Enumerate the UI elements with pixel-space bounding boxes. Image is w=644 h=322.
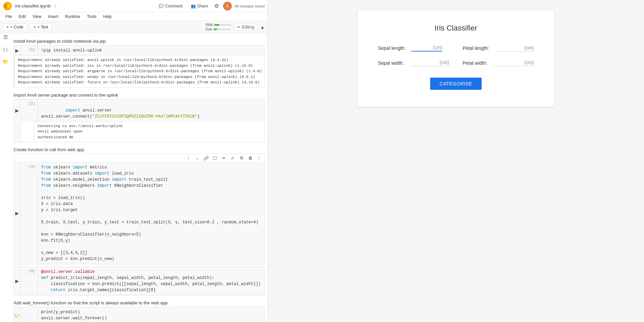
code-cell-3: ↑ ↓ 🔗 ☐ ✏ ⤢ ⧉ 🗑 ⋮ ▶ [3] from sklearn imp…: [14, 154, 265, 264]
petal-width-input[interactable]: [496, 60, 523, 65]
top-bar-actions: 💬 Comment 👥 Share ⚙ A: [157, 2, 232, 11]
categorise-button[interactable]: CATEGORISE: [430, 78, 482, 90]
star-icon[interactable]: ☆: [53, 3, 57, 8]
cell-1-code[interactable]: !pip install anvil-uplink: [38, 45, 264, 56]
right-panel: Iris Classifier Sepal length: (cm) Petal…: [268, 0, 644, 322]
comment-btn[interactable]: 💬 Comment: [157, 3, 185, 9]
petal-length-input-wrapper: (cm): [496, 45, 534, 52]
share-btn[interactable]: 👥 Share: [189, 3, 210, 9]
link-btn[interactable]: 🔗: [203, 155, 209, 161]
petal-width-label: Petal width:: [463, 60, 493, 66]
run-cell-5-btn[interactable]: [14, 307, 21, 322]
menu-runtime[interactable]: Runtime: [62, 14, 83, 20]
petal-width-input-wrapper: (cm): [496, 60, 534, 66]
cell-4-number: [4]: [21, 267, 38, 295]
cell-3-code[interactable]: from sklearn import metrics from sklearn…: [38, 162, 264, 264]
menu-file[interactable]: File: [3, 14, 15, 20]
share-icon: 👥: [191, 4, 196, 8]
sidebar-panels-icon[interactable]: ☰: [1, 33, 9, 41]
iris-title: Iris Classifier: [378, 24, 534, 33]
iris-sepal-width-field: Sepal width: (cm): [378, 60, 449, 66]
collapse-btn[interactable]: ▲: [260, 24, 265, 30]
petal-width-unit: (cm): [524, 60, 534, 65]
menu-insert[interactable]: Insert: [45, 14, 61, 20]
sepal-length-input[interactable]: [411, 45, 431, 50]
run-cell-1-btn[interactable]: ▶: [14, 45, 21, 56]
iris-form: Sepal length: (cm) Petal length: (cm): [378, 45, 534, 90]
toolbar: ++ Code ++ Text RAM Disk ✏ Editing ▲: [0, 21, 267, 33]
sepal-length-input-wrapper: (cm): [411, 45, 442, 52]
cell-description-1: Install Anvil packages to colab notebook…: [14, 36, 265, 45]
cell-4-code[interactable]: @anvil.server.callable def predict_iris(…: [38, 267, 264, 295]
notebook-title: iris-classifier.ipynb: [15, 3, 51, 8]
cell-3-floating-toolbar: ↑ ↓ 🔗 ☐ ✏ ⤢ ⧉ 🗑 ⋮: [14, 154, 264, 162]
menu-view[interactable]: View: [30, 14, 44, 20]
sepal-length-unit: (cm): [433, 45, 442, 50]
menu-tools[interactable]: Tools: [84, 14, 99, 20]
sepal-width-input[interactable]: [411, 60, 438, 65]
add-code-btn[interactable]: ++ Code: [3, 23, 27, 31]
move-up-btn[interactable]: ↑: [185, 155, 192, 161]
code-cell-5: print(y_predict) anvil.server.wait_forev…: [14, 307, 265, 322]
notebook-content: Install Anvil packages to colab notebook…: [0, 33, 267, 322]
code-cell-1: ▶ [1] !pip install anvil-uplink Requirem…: [14, 45, 265, 88]
run-cell-4-btn[interactable]: ▶: [14, 267, 21, 295]
cell-1-number: [1]: [21, 45, 38, 56]
editing-badge: ✏ Editing: [234, 24, 257, 31]
sepal-width-label: Sepal width:: [378, 60, 408, 66]
delete-btn[interactable]: 🗑: [247, 155, 254, 161]
expand-btn[interactable]: ⤢: [229, 155, 236, 161]
code-cell-4: ▶ [4] @anvil.server.callable def predict…: [14, 266, 265, 296]
side-icons: ☰ { } 📁: [0, 31, 11, 68]
edit-btn[interactable]: ✏: [220, 155, 227, 161]
cell-2-number: [2]: [21, 99, 38, 122]
copy-btn[interactable]: ⧉: [238, 155, 245, 161]
iris-petal-length-field: Petal length: (cm): [463, 45, 534, 52]
run-cell-3-btn[interactable]: ▶: [14, 162, 21, 264]
cell-description-3: Create function to call from web app: [14, 144, 265, 154]
iris-card: Iris Classifier Sepal length: (cm) Petal…: [358, 10, 554, 107]
petal-length-unit: (cm): [524, 45, 534, 51]
comment-icon: 💬: [159, 4, 164, 8]
cell-2-output: Connecting to wss://anvil.works/uplink A…: [34, 122, 126, 142]
iris-petal-width-field: Petal width: (cm): [463, 60, 534, 66]
iris-row-1: Sepal length: (cm) Petal length: (cm): [378, 45, 534, 52]
sidebar-files-icon[interactable]: 📁: [1, 58, 9, 66]
add-text-btn[interactable]: ++ Text: [30, 23, 52, 31]
changes-status: All changes saved: [235, 4, 265, 8]
cell-description-2: Import Anvil server package and connect …: [14, 90, 265, 99]
iris-btn-row: CATEGORISE: [378, 78, 534, 90]
cell-1-output: Requirement already satisfied: anvil-upl…: [15, 56, 265, 87]
settings-icon[interactable]: ⚙: [214, 3, 219, 9]
cell-3-number: [3]: [21, 162, 38, 264]
menu-edit[interactable]: Edit: [16, 14, 28, 20]
code-cell-2: ▶ [2] import anvil.server anvil.server.c…: [14, 99, 265, 143]
iris-row-2: Sepal width: (cm) Petal width: (cm): [378, 60, 534, 66]
ram-disk-indicator: RAM Disk: [205, 23, 231, 31]
cell-5-number: [21, 307, 38, 322]
cell-description-4: Add wait_forever() function so that the …: [14, 298, 265, 307]
colab-logo: [3, 1, 12, 11]
iris-sepal-length-field: Sepal length: (cm): [378, 45, 449, 52]
petal-length-input[interactable]: [496, 45, 523, 51]
cell-5-code[interactable]: print(y_predict) anvil.server.wait_forev…: [38, 307, 264, 322]
sepal-length-label: Sepal length:: [378, 45, 408, 51]
more-btn[interactable]: ⋮: [256, 155, 262, 161]
pencil-icon: ✏: [237, 25, 240, 29]
move-down-btn[interactable]: ↓: [194, 155, 201, 161]
petal-length-label: Petal length:: [463, 45, 493, 51]
menu-bar: File Edit View Insert Runtime Tools Help: [0, 12, 267, 21]
top-bar: iris-classifier.ipynb ☆ 💬 Comment 👥 Shar…: [0, 0, 267, 12]
sepal-width-input-wrapper: (cm): [411, 60, 449, 66]
cell-2-code[interactable]: import anvil.server anvil.server.connect…: [38, 99, 264, 122]
sidebar-code-icon[interactable]: { }: [1, 45, 9, 54]
run-cell-2-btn[interactable]: ▶: [14, 99, 21, 122]
menu-help[interactable]: Help: [101, 14, 115, 20]
svg-point-2: [7, 4, 11, 8]
wrap-btn[interactable]: ☐: [212, 155, 218, 161]
sepal-width-unit: (cm): [440, 60, 449, 65]
avatar: A: [223, 2, 232, 11]
